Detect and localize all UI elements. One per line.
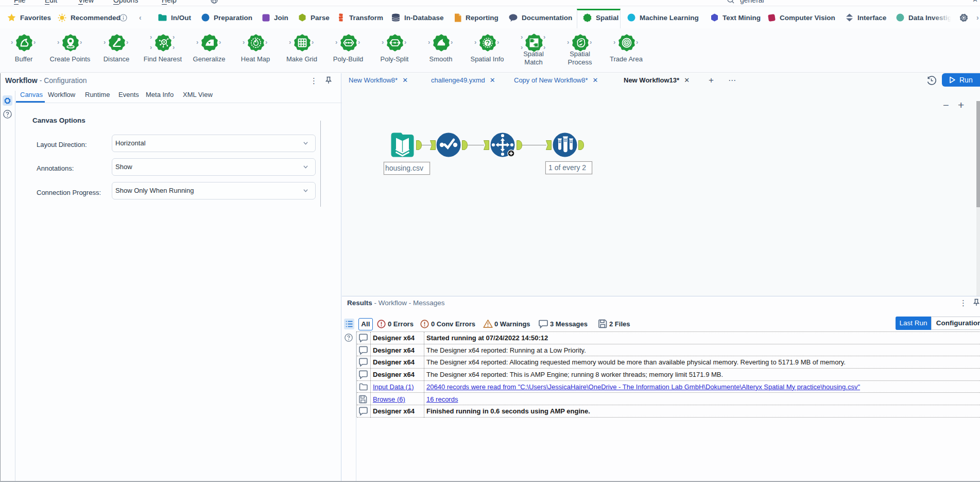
svg-text:?: ? [486, 39, 490, 47]
